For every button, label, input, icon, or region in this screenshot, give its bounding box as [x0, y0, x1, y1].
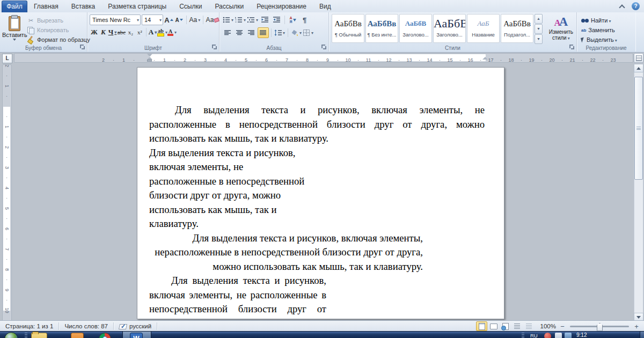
tab-stop-selector[interactable]: L [2, 54, 12, 63]
spellcheck-indicator[interactable]: ✓ русский [114, 322, 157, 330]
help-icon[interactable]: ? [632, 2, 640, 10]
ribbon-tab[interactable]: Ссылки [173, 1, 208, 12]
scroll-up-icon[interactable] [634, 64, 643, 72]
sort-button[interactable]: АЯ [287, 14, 298, 25]
copy-button[interactable]: Копировать [27, 25, 90, 35]
ribbon-tab[interactable]: Главная [27, 1, 65, 12]
paragraph-justified-full-width[interactable]: Для выделения текста и рисунков, включая… [149, 103, 485, 146]
outline-view-button[interactable] [511, 321, 523, 331]
strikethrough-button[interactable]: abc [117, 27, 126, 37]
font-size-select[interactable]: 14 [142, 14, 163, 25]
cut-button[interactable]: ✂ Вырезать [27, 16, 90, 25]
select-button[interactable]: Выделить [581, 35, 635, 45]
justify-button[interactable] [258, 27, 269, 38]
styles-dialog-launcher-icon[interactable] [569, 44, 575, 50]
scrollbar-track[interactable] [634, 72, 643, 313]
replace-button[interactable]: ab Заменить [581, 25, 635, 35]
ribbon-tab[interactable]: Разметка страницы [101, 1, 173, 12]
show-desktop-button[interactable] [640, 332, 644, 338]
shrink-font-button[interactable]: А [174, 15, 184, 25]
input-language-indicator[interactable]: RU [530, 333, 538, 338]
font-family-select[interactable]: Times New Rc [90, 14, 141, 25]
shading-button[interactable] [290, 27, 302, 38]
font-dialog-launcher-icon[interactable] [211, 44, 217, 50]
clock[interactable]: 9:12 [576, 332, 587, 338]
clear-formatting-button[interactable]: Аа [206, 15, 219, 25]
change-case-button[interactable]: Аа [189, 15, 200, 25]
gallery-scroll-up-icon[interactable]: ▲ [535, 14, 543, 24]
zoom-in-icon[interactable]: + [633, 322, 640, 330]
style-card[interactable]: АаБбВв Подзагол... [501, 14, 533, 43]
text-effects-button[interactable]: А [148, 27, 157, 37]
word-taskbar-icon[interactable]: W [130, 333, 143, 338]
reading-view-button[interactable] [488, 321, 499, 331]
gallery-scroll-down-icon[interactable]: ▼ [535, 24, 543, 34]
app-taskbar-icon[interactable] [71, 333, 84, 338]
start-button[interactable] [4, 332, 18, 338]
ruler-toggle-button[interactable] [634, 53, 643, 63]
ribbon-tab[interactable]: Вид [313, 1, 338, 12]
find-button[interactable]: Найти [581, 16, 635, 25]
increase-indent-button[interactable] [271, 14, 282, 25]
paragraph-right-aligned[interactable]: Для выделения текста и рисунков, включая… [149, 231, 423, 274]
italic-button[interactable]: К [99, 27, 108, 37]
align-left-button[interactable] [222, 27, 233, 38]
paragraph-dialog-launcher-icon[interactable] [321, 44, 327, 50]
print-layout-view-button[interactable] [476, 321, 487, 331]
vertical-ruler[interactable]: 2·1··1·2·3·4·5·6·7·8·9·10 [2, 64, 12, 322]
multilevel-list-button[interactable] [247, 14, 259, 25]
ruler-number: · [2, 255, 12, 263]
paragraph-left-aligned-right-block[interactable]: Для выделения текста и рисунков, включая… [149, 146, 312, 231]
document-page[interactable]: Для выделения текста и рисунков, включая… [137, 67, 504, 319]
ribbon-tab[interactable]: Вставка [65, 1, 102, 12]
page-count-indicator[interactable]: Страница: 1 из 1 [0, 322, 59, 330]
underline-button[interactable]: Ч [108, 27, 117, 37]
subscript-button[interactable]: х₂ [126, 27, 135, 37]
show-formatting-marks-button[interactable]: ¶ [299, 14, 310, 25]
numbering-button[interactable] [235, 14, 246, 25]
paste-button[interactable]: Вставить [2, 14, 27, 44]
grow-font-button[interactable]: А [164, 15, 173, 25]
tray-icon-light[interactable] [555, 333, 562, 338]
align-right-button[interactable] [246, 27, 257, 38]
tray-icon-blue[interactable] [565, 333, 572, 338]
ribbon-tab[interactable]: Рассылки [208, 1, 250, 12]
paragraph-justified-narrow-block[interactable]: Для выделения текста и рисунков, включая… [149, 274, 326, 319]
ruler-number: 4 [221, 57, 231, 64]
font-color-button[interactable]: А [167, 27, 177, 37]
chrome-taskbar-icon[interactable] [99, 333, 111, 338]
style-card[interactable]: АаБбВв Заголово... [433, 14, 466, 43]
scrollbar-thumb[interactable] [634, 77, 643, 180]
web-layout-view-button[interactable] [500, 321, 511, 331]
tab-file[interactable]: Файл [2, 1, 27, 12]
decrease-indent-button[interactable] [259, 14, 270, 25]
line-spacing-button[interactable] [274, 27, 286, 38]
zoom-slider-track[interactable] [570, 326, 629, 327]
tray-icon-red[interactable] [544, 333, 551, 338]
clipboard-dialog-launcher-icon[interactable] [79, 44, 85, 50]
borders-button[interactable] [303, 27, 314, 38]
format-painter-button[interactable]: Формат по образцу [27, 35, 90, 45]
vertical-scrollbar [634, 53, 643, 321]
style-card[interactable]: АаБбВ Заголово... [399, 14, 432, 43]
bold-button[interactable]: Ж [90, 27, 99, 37]
horizontal-ruler[interactable]: 2·1··1·2·3·4·5·6·7·8·9·10·11·12·13·14·15… [14, 53, 633, 63]
ruler-number: · [2, 215, 12, 223]
style-card[interactable]: АаБбВв ¶ Без инте... [365, 14, 398, 43]
zoom-out-icon[interactable]: − [559, 322, 566, 330]
zoom-slider-thumb[interactable] [597, 323, 603, 331]
word-count-indicator[interactable]: Число слов: 87 [59, 322, 114, 330]
style-card[interactable]: АаБбВв ¶ Обычный [332, 14, 364, 43]
style-card[interactable]: АаБ Название [467, 14, 500, 43]
highlight-button[interactable]: ab [157, 27, 167, 37]
align-center-button[interactable] [234, 27, 245, 38]
bullets-button[interactable] [222, 14, 234, 25]
minimize-ribbon-icon[interactable] [618, 3, 626, 10]
explorer-taskbar-icon[interactable] [31, 333, 47, 338]
ruler-number: · [2, 276, 12, 284]
ribbon-tab[interactable]: Рецензирование [250, 1, 313, 12]
superscript-button[interactable]: х² [135, 27, 144, 37]
zoom-level-label[interactable]: 100% [538, 323, 556, 329]
gallery-more-icon[interactable]: ▼ [535, 34, 543, 44]
draft-view-button[interactable] [523, 321, 535, 331]
